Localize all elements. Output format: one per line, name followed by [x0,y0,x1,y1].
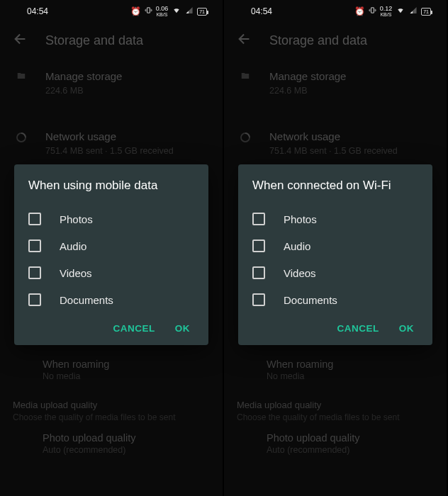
photo-quality-title: Photo upload quality [267,432,434,444]
alarm-icon: ⏰ [354,6,365,16]
roaming-title: When roaming [267,359,434,370]
ok-button[interactable]: OK [175,323,190,334]
manage-storage-sub: 224.6 MB [269,85,434,97]
media-quality-title: Media upload quality [13,400,210,410]
checkbox-icon [28,213,41,225]
status-bar: 04:54 ⏰ 0.06KB/S 71 [0,0,223,21]
folder-icon [13,69,30,81]
screen-mobile-data: 04:54 ⏰ 0.06KB/S 71 Storage and data Man… [0,0,223,496]
data-speed: 0.12KB/S [380,6,393,17]
signal-icon [185,6,194,16]
data-usage-icon [237,130,254,144]
network-usage-item[interactable]: Network usage 751.4 MB sent · 1.5 GB rec… [0,120,223,167]
roaming-sub: No media [43,371,210,381]
roaming-title: When roaming [43,359,210,370]
manage-storage-title: Manage storage [45,69,210,84]
checkbox-documents[interactable]: Documents [28,286,194,313]
checkbox-icon [252,213,265,225]
cancel-button[interactable]: CANCEL [337,323,379,334]
media-dialog: When connected on Wi-Fi Photos Audio Vid… [238,164,432,345]
battery-icon: 71 [197,8,207,16]
dialog-title: When using mobile data [28,179,194,193]
checkbox-icon [252,293,265,306]
media-quality-title: Media upload quality [237,400,434,410]
status-right: ⏰ 0.12KB/S 71 [354,6,431,17]
checkbox-icon [252,239,265,252]
checkbox-videos[interactable]: Videos [28,259,194,286]
checkbox-photos[interactable]: Photos [252,205,418,232]
checkbox-documents[interactable]: Documents [252,286,418,313]
roaming-item[interactable]: When roaming No media [224,351,447,388]
photo-quality-sub: Auto (recommended) [43,445,210,455]
media-quality-section: Media upload quality Choose the quality … [0,388,223,425]
cancel-button[interactable]: CANCEL [113,323,155,334]
battery-icon: 71 [421,8,431,16]
checkbox-videos[interactable]: Videos [252,259,418,286]
app-header: Storage and data [224,21,447,60]
media-quality-sub: Choose the quality of media files to be … [13,412,210,422]
screen-wifi: 04:54 ⏰ 0.12KB/S 71 Storage and data Man… [224,0,447,496]
wifi-icon [396,6,405,16]
manage-storage-title: Manage storage [269,69,434,84]
status-time: 04:54 [27,6,48,16]
data-usage-icon [13,130,30,144]
photo-quality-title: Photo upload quality [43,432,210,444]
status-bar: 04:54 ⏰ 0.12KB/S 71 [224,0,447,21]
media-quality-sub: Choose the quality of media files to be … [237,412,434,422]
status-time: 04:54 [251,6,272,16]
back-icon[interactable] [237,31,252,50]
roaming-sub: No media [267,371,434,381]
checkbox-icon [28,239,41,252]
page-title: Storage and data [269,33,367,48]
network-usage-sub: 751.4 MB sent · 1.5 GB received [269,145,434,157]
ok-button[interactable]: OK [399,323,414,334]
photo-quality-item[interactable]: Photo upload quality Auto (recommended) [224,425,447,462]
vibrate-icon [369,6,376,16]
back-icon[interactable] [13,31,28,50]
network-usage-title: Network usage [269,130,434,144]
checkbox-icon [252,266,265,279]
wifi-icon [172,6,181,16]
photo-quality-item[interactable]: Photo upload quality Auto (recommended) [0,425,223,462]
signal-icon [409,6,418,16]
checkbox-photos[interactable]: Photos [28,205,194,232]
data-speed: 0.06KB/S [156,6,169,17]
status-right: ⏰ 0.06KB/S 71 [130,6,207,17]
manage-storage-item[interactable]: Manage storage 224.6 MB [224,60,447,107]
photo-quality-sub: Auto (recommended) [267,445,434,455]
checkbox-audio[interactable]: Audio [252,232,418,259]
manage-storage-sub: 224.6 MB [45,85,210,97]
manage-storage-item[interactable]: Manage storage 224.6 MB [0,60,223,107]
checkbox-icon [28,293,41,306]
dialog-actions: CANCEL OK [28,313,194,338]
dialog-title: When connected on Wi-Fi [252,179,418,193]
network-usage-item[interactable]: Network usage 751.4 MB sent · 1.5 GB rec… [224,120,447,167]
app-header: Storage and data [0,21,223,60]
media-dialog: When using mobile data Photos Audio Vide… [14,164,208,345]
roaming-item[interactable]: When roaming No media [0,351,223,388]
checkbox-audio[interactable]: Audio [28,232,194,259]
checkbox-icon [28,266,41,279]
alarm-icon: ⏰ [130,6,141,16]
vibrate-icon [145,6,152,16]
dialog-actions: CANCEL OK [252,313,418,338]
network-usage-sub: 751.4 MB sent · 1.5 GB received [45,145,210,157]
network-usage-title: Network usage [45,130,210,144]
folder-icon [237,69,254,81]
page-title: Storage and data [45,33,143,48]
media-quality-section: Media upload quality Choose the quality … [224,388,447,425]
